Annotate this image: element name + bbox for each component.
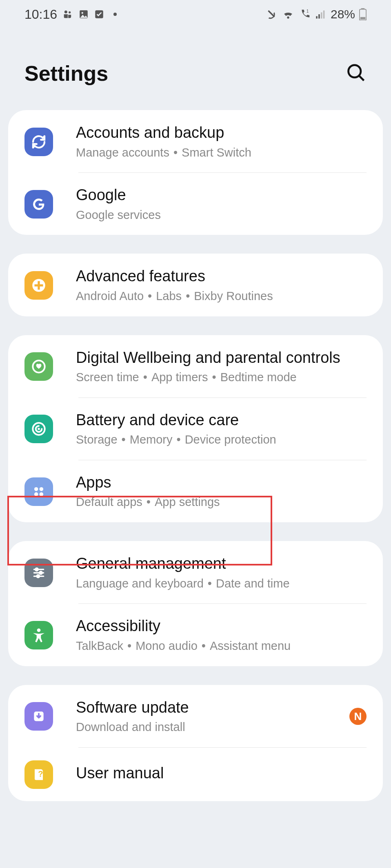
row-text: User manual	[76, 764, 367, 786]
settings-group: Software update Download and install N ?…	[8, 685, 383, 801]
check-icon	[94, 9, 104, 20]
sliders-icon	[24, 559, 53, 587]
svg-point-3	[82, 12, 83, 14]
battery-percent: 28%	[331, 7, 355, 21]
svg-point-31	[37, 628, 41, 632]
row-title: Accounts and backup	[76, 123, 367, 143]
header: Settings	[0, 29, 391, 110]
apps-grid-icon	[24, 477, 53, 506]
svg-point-24	[40, 492, 44, 496]
battery-icon	[359, 8, 367, 20]
notification-badge: N	[349, 708, 367, 725]
settings-row-general[interactable]: General management Language and keyboard…	[8, 541, 383, 603]
row-title: User manual	[76, 764, 367, 783]
wifi-icon	[282, 8, 295, 21]
signal-icon	[315, 9, 327, 20]
row-title: Google	[76, 186, 367, 205]
google-icon	[24, 190, 53, 219]
svg-point-28	[40, 571, 42, 574]
row-text: Advanced features Android Auto•Labs•Bixb…	[76, 267, 367, 304]
svg-point-23	[34, 492, 38, 496]
row-subtitle: Download and install	[76, 720, 349, 735]
svg-point-26	[36, 568, 38, 571]
search-button[interactable]	[345, 62, 367, 85]
plus-gear-icon	[24, 271, 53, 300]
status-left: 10:16	[24, 7, 117, 22]
row-subtitle: Google services	[76, 208, 367, 223]
settings-row-accessibility[interactable]: Accessibility TalkBack•Mono audio•Assist…	[8, 603, 383, 666]
row-text: Apps Default apps•App settings	[76, 473, 367, 510]
row-text: Accounts and backup Manage accounts•Smar…	[76, 123, 367, 160]
heart-circle-icon	[24, 352, 53, 381]
row-title: Advanced features	[76, 267, 367, 286]
settings-row-accounts[interactable]: Accounts and backup Manage accounts•Smar…	[8, 110, 383, 172]
row-subtitle: Android Auto•Labs•Bixby Routines	[76, 289, 367, 304]
settings-row-advanced[interactable]: Advanced features Android Auto•Labs•Bixb…	[8, 254, 383, 316]
svg-rect-7	[318, 14, 320, 19]
svg-point-30	[37, 575, 40, 578]
row-subtitle: Default apps•App settings	[76, 495, 367, 510]
accessibility-icon	[24, 621, 53, 649]
row-title: Battery and device care	[76, 411, 367, 430]
status-time: 10:16	[24, 7, 57, 22]
row-text: Software update Download and install	[76, 698, 349, 735]
book-help-icon: ?	[24, 760, 53, 789]
row-title: Digital Wellbeing and parental controls	[76, 348, 367, 368]
svg-text:1: 1	[307, 9, 309, 13]
settings-row-battery[interactable]: Battery and device care Storage•Memory•D…	[8, 398, 383, 460]
svg-point-22	[40, 487, 44, 491]
svg-rect-9	[323, 11, 325, 19]
settings-row-usermanual[interactable]: ? User manual	[8, 747, 383, 801]
gallery-icon	[78, 9, 89, 20]
vibrate-icon	[265, 8, 278, 20]
search-icon	[345, 62, 367, 83]
device-care-icon	[24, 415, 53, 443]
settings-group: Advanced features Android Auto•Labs•Bixb…	[8, 254, 383, 316]
svg-point-13	[349, 65, 361, 77]
row-title: Software update	[76, 698, 349, 718]
page-title: Settings	[24, 61, 108, 86]
row-title: Accessibility	[76, 616, 367, 636]
row-subtitle: TalkBack•Mono audio•Assistant menu	[76, 638, 367, 654]
svg-point-21	[34, 487, 38, 491]
svg-text:?: ?	[38, 769, 43, 778]
row-text: Digital Wellbeing and parental controls …	[76, 348, 367, 385]
row-title: Apps	[76, 473, 367, 493]
settings-group: General management Language and keyboard…	[8, 541, 383, 666]
row-text: Google Google services	[76, 186, 367, 223]
svg-rect-12	[360, 17, 365, 20]
settings-row-software[interactable]: Software update Download and install N	[8, 685, 383, 747]
svg-rect-6	[316, 16, 318, 19]
volte-icon: 1	[299, 8, 311, 20]
row-subtitle: Manage accounts•Smart Switch	[76, 145, 367, 161]
row-subtitle: Screen time•App timers•Bedtime mode	[76, 370, 367, 385]
svg-point-0	[64, 11, 67, 13]
more-notifications-dot	[113, 13, 117, 16]
teams-icon	[62, 9, 73, 20]
row-title: General management	[76, 554, 367, 574]
settings-row-apps[interactable]: Apps Default apps•App settings	[8, 460, 383, 522]
row-text: General management Language and keyboard…	[76, 554, 367, 591]
settings-group: Accounts and backup Manage accounts•Smar…	[8, 110, 383, 235]
status-bar: 10:16 1 28%	[0, 0, 391, 29]
svg-point-1	[69, 11, 71, 13]
row-subtitle: Language and keyboard•Date and time	[76, 576, 367, 592]
status-right: 1 28%	[265, 7, 367, 21]
svg-point-20	[38, 428, 40, 431]
row-text: Accessibility TalkBack•Mono audio•Assist…	[76, 616, 367, 654]
row-text: Battery and device care Storage•Memory•D…	[76, 411, 367, 448]
svg-rect-8	[321, 12, 322, 18]
settings-group: Digital Wellbeing and parental controls …	[8, 335, 383, 523]
settings-row-wellbeing[interactable]: Digital Wellbeing and parental controls …	[8, 335, 383, 398]
svg-line-14	[360, 76, 364, 81]
svg-rect-17	[35, 284, 43, 286]
settings-row-google[interactable]: Google Google services	[8, 172, 383, 235]
sync-icon	[24, 128, 53, 156]
row-subtitle: Storage•Memory•Device protection	[76, 432, 367, 448]
download-circle-icon	[24, 702, 53, 731]
